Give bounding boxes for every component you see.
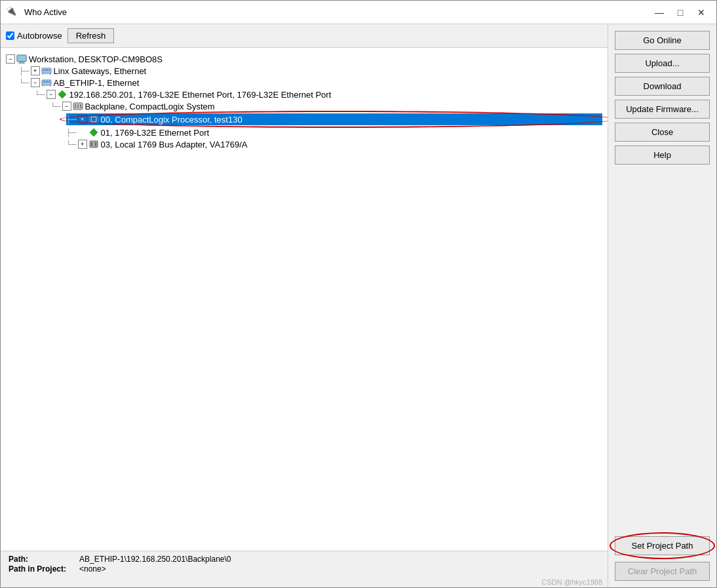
ip201-label: 192.168.250.201, 1769-L32E Ethernet Port…: [69, 90, 332, 100]
eth01-label: 01, 1769-L32E Ethernet Port: [101, 128, 210, 138]
window-title: Who Active: [24, 7, 67, 17]
expand-abethip[interactable]: −: [31, 78, 40, 87]
close-window-button[interactable]: ✕: [691, 5, 711, 20]
path-label: Path:: [9, 555, 74, 564]
title-bar-left: 🔌 Who Active: [6, 6, 67, 19]
expand-ip201[interactable]: −: [47, 90, 56, 99]
linx-label: Linx Gateways, Ethernet: [54, 66, 147, 76]
svg-rect-13: [48, 81, 50, 83]
svg-rect-20: [80, 104, 81, 108]
expand-workstation[interactable]: −: [6, 54, 15, 64]
ip201-icon: [57, 89, 68, 100]
watermark: CSDN @hkyc1988: [1, 577, 608, 587]
tree-item-eth01[interactable]: ├─ 01, 1769-L32E Ethernet Port: [6, 127, 602, 138]
tree-item-workstation[interactable]: − Workstation, DESKTOP-CM9BO8S: [6, 53, 602, 65]
abethip-label: AB_ETHIP-1, Ethernet: [54, 78, 140, 88]
svg-rect-32: [91, 142, 92, 146]
eth01-icon: [88, 127, 99, 138]
autobrowse-label: Autobrowse: [17, 31, 62, 41]
app-icon: 🔌: [6, 6, 19, 19]
minimize-button[interactable]: —: [649, 5, 669, 20]
go-online-button[interactable]: Go Online: [615, 31, 710, 50]
cpu00-label: 00, CompactLogix Processor, test130: [101, 115, 242, 125]
tree-item-cpu00[interactable]: ├─ +: [66, 113, 602, 125]
close-button[interactable]: Close: [615, 123, 710, 142]
bus03-icon: [88, 139, 99, 149]
tree-area: − Workstation, DESKTOP-CM9BO8S ├─: [1, 48, 608, 551]
content-area: Autobrowse Refresh −: [1, 24, 716, 587]
path-in-project-row: Path in Project: <none>: [9, 564, 600, 574]
main-panel: Autobrowse Refresh −: [1, 24, 608, 587]
expand-bus03[interactable]: +: [78, 140, 87, 149]
svg-rect-19: [77, 104, 79, 108]
svg-rect-33: [95, 142, 96, 146]
path-row: Path: AB_ETHIP-1\192.168.250.201\Backpla…: [9, 555, 600, 564]
path-in-project-label: Path in Project:: [9, 564, 74, 574]
path-in-project-value: <none>: [79, 564, 106, 574]
abethip-icon: [41, 77, 52, 88]
upload-button[interactable]: Upload...: [615, 54, 710, 73]
workstation-label: Workstation, DESKTOP-CM9BO8S: [29, 54, 163, 64]
svg-rect-12: [46, 81, 48, 83]
title-bar: 🔌 Who Active — □ ✕: [1, 1, 716, 24]
tree-item-linx[interactable]: ├─ + Linx Gateways, Ethernet: [6, 65, 602, 77]
svg-rect-31: [90, 141, 98, 147]
svg-rect-5: [43, 69, 45, 71]
expand-backplane[interactable]: −: [62, 102, 71, 111]
path-value: AB_ETHIP-1\192.168.250.201\Backplane\0: [79, 555, 231, 564]
side-panel: Go Online Upload... Download Update Firm…: [608, 24, 716, 587]
svg-rect-6: [46, 69, 48, 71]
svg-rect-7: [48, 69, 50, 71]
title-controls: — □ ✕: [649, 5, 711, 20]
svg-marker-16: [58, 90, 66, 98]
download-button[interactable]: Download: [615, 77, 710, 96]
tree-item-backplane[interactable]: └─ − Backplane, CompactLogix System: [6, 100, 602, 112]
expand-cpu00[interactable]: +: [78, 115, 87, 124]
tree-item-abethip[interactable]: └─ − AB_ETHIP-1, Ethernet: [6, 77, 602, 88]
update-firmware-button[interactable]: Update Firmware...: [615, 100, 710, 119]
maximize-button[interactable]: □: [670, 5, 690, 20]
autobrowse-checkbox-label[interactable]: Autobrowse: [6, 31, 62, 41]
svg-marker-30: [90, 128, 98, 136]
main-window: 🔌 Who Active — □ ✕ Autobrowse Refresh: [0, 0, 717, 588]
svg-rect-2: [18, 63, 25, 64]
side-spacer: [615, 168, 710, 530]
toolbar: Autobrowse Refresh: [1, 24, 608, 48]
backplane-label: Backplane, CompactLogix System: [85, 102, 215, 111]
set-project-path-button[interactable]: Set Project Path: [615, 536, 710, 555]
help-button[interactable]: Help: [615, 146, 710, 165]
svg-rect-1: [20, 62, 24, 63]
tree-item-ip201[interactable]: └─ − 192.168.250.201, 1769-L32E Ethernet…: [6, 88, 602, 100]
bus03-label: 03, Local 1769 Bus Adapter, VA1769/A: [101, 140, 248, 149]
svg-rect-18: [75, 104, 76, 108]
linx-icon: [41, 66, 52, 76]
clear-project-path-button[interactable]: Clear Project Path: [615, 562, 710, 581]
backplane-icon: [73, 101, 83, 111]
svg-rect-11: [43, 81, 45, 83]
workstation-icon: [16, 54, 27, 64]
set-project-path-wrapper: Set Project Path: [615, 536, 710, 555]
status-bar: Path: AB_ETHIP-1\192.168.250.201\Backpla…: [1, 551, 608, 577]
expand-linx[interactable]: +: [31, 66, 40, 75]
cpu00-icon: [88, 114, 99, 125]
svg-rect-3: [18, 56, 26, 61]
svg-rect-23: [92, 117, 96, 121]
refresh-button[interactable]: Refresh: [68, 28, 115, 43]
autobrowse-checkbox[interactable]: [6, 31, 14, 40]
tree-item-bus03[interactable]: └─ + 03, Local 1769 Bus Adapter, VA1769/…: [6, 138, 602, 150]
tree-item-cpu00-wrapper: ├─ +: [6, 113, 602, 125]
